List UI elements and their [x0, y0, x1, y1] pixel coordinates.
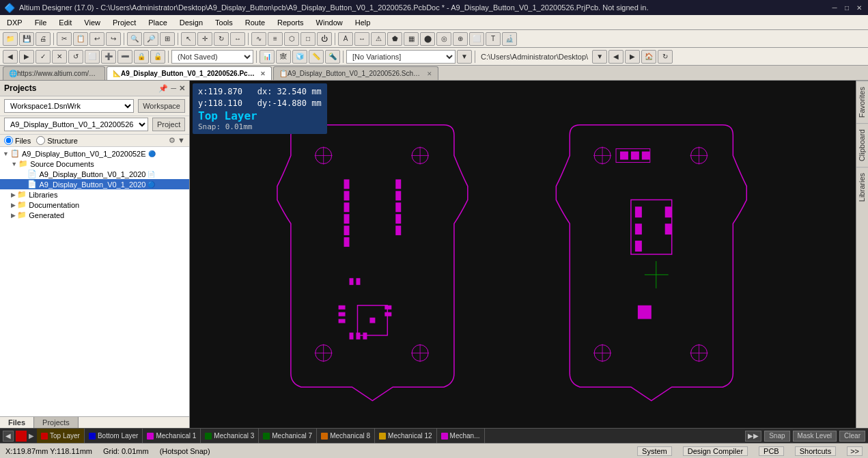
inspect-btn[interactable]: 🔬	[502, 32, 517, 46]
tb2-2[interactable]: ▶	[19, 50, 34, 64]
tb2-9[interactable]: 🔒	[134, 50, 149, 64]
fill-btn[interactable]: ▦	[404, 32, 419, 46]
pad-btn[interactable]: ⬤	[420, 32, 435, 46]
layer-mechanical-8[interactable]: Mechanical 8	[317, 429, 375, 444]
layer-mechan...[interactable]: Mechan...	[437, 429, 485, 444]
menu-project[interactable]: Project	[107, 17, 141, 28]
tb2-3[interactable]: ✓	[36, 50, 51, 64]
project-dropdown[interactable]: A9_Display_Button_V0_1_20200526	[4, 118, 148, 131]
tab-1[interactable]: 📋 A9_Display_Button_V0_1_20200526.SchDoc…	[273, 66, 438, 80]
variations-dropdown[interactable]: [No Variations]	[346, 50, 456, 64]
move-btn[interactable]: ✛	[197, 32, 212, 46]
dim-btn[interactable]: ↔	[354, 32, 369, 46]
canvas-area[interactable]: x:119.870 dx: 32.540 mm y:118.110 dy:-14…	[190, 81, 868, 428]
tb2-rule[interactable]: 📏	[309, 50, 324, 64]
net-btn[interactable]: ⬡	[284, 32, 299, 46]
copy-btn[interactable]: 📋	[73, 32, 88, 46]
zoom-in-btn[interactable]: 🔍	[127, 32, 142, 46]
tb2-10[interactable]: 🔓	[150, 50, 165, 64]
new-btn[interactable]: 📁	[3, 32, 18, 46]
menu-tools[interactable]: Tools	[210, 17, 238, 28]
back-btn[interactable]: ◀	[608, 50, 624, 64]
tb2-1[interactable]: ◀	[3, 50, 18, 64]
sidebar-pin-btn[interactable]: 📌	[158, 84, 168, 93]
flip-btn[interactable]: ↔	[230, 32, 245, 46]
menu-help[interactable]: Help	[350, 17, 376, 28]
undo-btn[interactable]: ↩	[89, 32, 104, 46]
tree-item-root[interactable]: ▼📋A9_Display_Button_V0_1_2020052E🔵	[0, 148, 189, 159]
tb2-3d[interactable]: 🧊	[292, 50, 307, 64]
close-button[interactable]: ✕	[854, 3, 864, 12]
tab-home[interactable]: 🌐 https://www.altium.com/ad-start/	[3, 66, 105, 80]
view-options-btn[interactable]: ⚙ ▼	[169, 136, 185, 145]
path-nav-btn[interactable]: ▼	[592, 50, 607, 64]
bus-btn[interactable]: ≡	[268, 32, 283, 46]
tb2-highlight[interactable]: 🔦	[325, 50, 340, 64]
layer-bottom-layer[interactable]: Bottom Layer	[85, 429, 143, 444]
files-radio[interactable]	[4, 136, 13, 145]
layer-nav-btn[interactable]: ▶▶	[745, 431, 761, 442]
tree-item-docs[interactable]: ▶📁Documentation	[0, 200, 189, 210]
files-tab[interactable]: Files	[0, 417, 34, 428]
origin-btn[interactable]: ⊕	[453, 32, 468, 46]
more-panels-btn[interactable]: >>	[847, 446, 863, 456]
menu-file[interactable]: File	[29, 17, 53, 28]
project-button[interactable]: Project	[152, 118, 185, 131]
tree-item-libs[interactable]: ▶📁Libraries	[0, 189, 189, 200]
maximize-button[interactable]: □	[842, 3, 852, 12]
tb2-8[interactable]: ➖	[117, 50, 132, 64]
redo-btn[interactable]: ↪	[106, 32, 121, 46]
cut-btn[interactable]: ✂	[57, 32, 72, 46]
power-btn[interactable]: ⏻	[317, 32, 332, 46]
zoom-out-btn[interactable]: 🔎	[143, 32, 158, 46]
tab-close-0[interactable]: ✕	[260, 70, 266, 77]
tree-item-gen[interactable]: ▶📁Generated	[0, 210, 189, 220]
layer-mechanical-1[interactable]: Mechanical 1	[143, 429, 201, 444]
save-btn[interactable]: 💾	[19, 32, 34, 46]
layer-mechanical-3[interactable]: Mechanical 3	[201, 429, 259, 444]
menu-view[interactable]: View	[79, 17, 106, 28]
sidebar-close-btn[interactable]: ✕	[179, 84, 185, 93]
menu-reports[interactable]: Reports	[272, 17, 309, 28]
menu-place[interactable]: Place	[143, 17, 173, 28]
workspace-button[interactable]: Workspace	[138, 99, 185, 113]
favorites-panel[interactable]: Favorites	[856, 81, 868, 123]
layer-mechanical-7[interactable]: Mechanical 7	[259, 429, 317, 444]
tb2-6[interactable]: ⬜	[85, 50, 100, 64]
files-radio-label[interactable]: Files	[4, 136, 31, 145]
drc-btn[interactable]: ⚠	[371, 32, 386, 46]
tb2-var[interactable]: ▼	[457, 50, 472, 64]
shortcuts-btn[interactable]: Shortcuts	[795, 446, 836, 456]
arrow-btn[interactable]: ↖	[181, 32, 196, 46]
snap-button[interactable]: Snap	[764, 431, 789, 442]
tree-item-sch[interactable]: 📄A9_Display_Button_V0_1_2020📄	[0, 169, 189, 179]
tb2-7[interactable]: ➕	[101, 50, 116, 64]
layer-scroll-right-end[interactable]: ▶	[29, 432, 34, 440]
menu-window[interactable]: Window	[311, 17, 348, 28]
home-btn[interactable]: 🏠	[641, 50, 656, 64]
tb2-5[interactable]: ↺	[68, 50, 83, 64]
refresh-btn[interactable]: ↻	[658, 50, 673, 64]
projects-tab[interactable]: Projects	[34, 417, 79, 428]
libraries-panel[interactable]: Libraries	[856, 167, 868, 207]
menu-dxp[interactable]: DXP	[1, 17, 28, 28]
layer-mechanical-12[interactable]: Mechanical 12	[375, 429, 436, 444]
workspace-dropdown[interactable]: Workspace1.DsnWrk	[4, 99, 134, 113]
tab-0[interactable]: 📐 A9_Display_Button_V0_1_20200526.PcbDoc…	[107, 66, 272, 80]
rotate-btn[interactable]: ↻	[214, 32, 229, 46]
structure-radio-label[interactable]: Structure	[36, 136, 78, 145]
tree-item-pcb[interactable]: 📄A9_Display_Button_V0_1_2020🔵	[0, 179, 189, 189]
system-panel-btn[interactable]: System	[637, 446, 672, 456]
tb2-net[interactable]: 🕸	[276, 50, 291, 64]
copper-btn[interactable]: ⬟	[387, 32, 402, 46]
layer-scroll-left[interactable]: ◀	[3, 431, 14, 442]
wire-btn[interactable]: ∿	[251, 32, 266, 46]
design-compiler-btn[interactable]: Design Compiler	[683, 446, 748, 456]
clipboard-panel[interactable]: Clipboard	[856, 123, 868, 167]
comp-btn[interactable]: □	[300, 32, 316, 46]
tb2-4[interactable]: ✕	[52, 50, 67, 64]
minimize-button[interactable]: ─	[830, 3, 839, 12]
menu-design[interactable]: Design	[174, 17, 208, 28]
tab-close-1[interactable]: ✕	[427, 70, 432, 77]
tb2-signal[interactable]: 📊	[260, 50, 275, 64]
